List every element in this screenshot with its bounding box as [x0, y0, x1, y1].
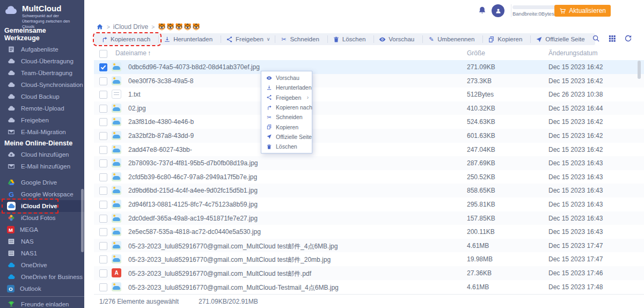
sidebar-item-icloud-drive[interactable]: iCloud Drive — [0, 200, 84, 212]
select-all-checkbox[interactable] — [99, 50, 107, 58]
sidebar-item-icloud-fotos[interactable]: iCloud Fotos — [0, 212, 84, 224]
table-row[interactable]: 2b78093c-737d-4f81-95b5-d7b0fb08d19a.jpg… — [94, 156, 644, 170]
toolbar-button-offizielle-seite[interactable]: Offizielle Seite — [530, 35, 592, 43]
context-menu-item-vorschau[interactable]: Vorschau — [261, 73, 312, 83]
toolbar-button-herunterladen[interactable]: Herunterladen — [158, 35, 221, 43]
sidebar-item-onedrive[interactable]: OneDrive — [0, 259, 84, 271]
sidebar-item-freunde-einladen[interactable]: Freunde einladen — [0, 298, 84, 308]
sidebar-item-cloud-hinzufuegen[interactable]: Cloud hinzufügen — [0, 149, 84, 160]
row-checkbox[interactable] — [99, 105, 107, 113]
table-row[interactable]: 05-23-2023_lulu852916770@gmail.com_MultC… — [94, 239, 644, 253]
sidebar-item-nas[interactable]: NAS — [0, 236, 84, 247]
row-checkbox[interactable] — [99, 215, 107, 223]
file-name: 0ee30f76-3c38-49a5-8 — [128, 77, 193, 85]
table-scrollbar[interactable] — [638, 61, 641, 79]
row-checkbox[interactable] — [99, 118, 107, 126]
eye-icon — [379, 36, 386, 43]
toolbar-button-loeschen[interactable]: Löschen — [327, 35, 374, 43]
row-checkbox[interactable] — [99, 91, 107, 99]
toolbar-button-freigeben[interactable]: Freigeben ∨ — [221, 35, 275, 43]
toolbar-button-schneiden[interactable]: ✂ Schneiden — [275, 35, 327, 43]
sidebar-scrollbar[interactable] — [81, 189, 84, 252]
table-row[interactable]: 2cfd5b39-6c80-46c7-97a8-2949a17f5b7e.jpg… — [94, 170, 644, 184]
toolbar-button-kopieren[interactable]: Kopieren — [482, 35, 530, 43]
row-checkbox[interactable] — [99, 187, 107, 195]
row-checkbox[interactable] — [99, 77, 107, 85]
file-modified: Dec 15 2023 16:43 — [548, 187, 603, 194]
sidebar-item-email-migration[interactable]: E-Mail-Migration — [0, 126, 84, 138]
row-checkbox[interactable] — [99, 228, 107, 236]
table-row[interactable]: 2a3f81de-4380-4e46-b 524.63KB Dec 15 202… — [94, 115, 644, 129]
context-menu-item-label: Kopieren nach — [276, 104, 312, 111]
file-name: 2b78093c-737d-4f81-95b5-d7b0fb08d19a.jpg — [128, 159, 258, 167]
sidebar-item-cloud-backup[interactable]: Cloud Backup — [0, 91, 84, 102]
context-menu-item-offizielle-seite[interactable]: Offizielle Seite — [261, 132, 312, 142]
avatar[interactable] — [492, 4, 504, 17]
sidebar-item-aufgabenliste[interactable]: Aufgabenliste — [0, 43, 84, 55]
context-menu-item-freigeben[interactable]: Freigeben › — [261, 93, 312, 102]
table-row[interactable]: 02.jpg 410.32KB Dec 15 2023 16:44 — [94, 101, 644, 115]
toolbar-button-umbenennen[interactable]: ✎ Umbenennen — [422, 35, 482, 43]
file-name: 0dbc6d96-74a5-4073-b8d2-08d41ab370ef.jpg — [128, 63, 260, 71]
sidebar-item-freigeben[interactable]: Freigeben — [0, 114, 84, 126]
row-checkbox[interactable] — [99, 242, 107, 250]
sidebar-item-label: E-Mail hinzufügen — [21, 163, 70, 170]
table-row[interactable]: 2d9bd6bd-215d-4c4f-a4ee-9d02fc15d5b1.jpg… — [94, 184, 644, 197]
context-menu-item-herunterladen[interactable]: Herunterladen — [261, 83, 312, 92]
row-checkbox[interactable] — [99, 63, 107, 71]
row-checkbox[interactable] — [99, 255, 107, 263]
download-icon — [266, 85, 272, 91]
table-row[interactable]: 2d946f13-0881-4125-8fc7-4c75123a8b59.jpg… — [94, 197, 644, 211]
context-menu-item-loeschen[interactable]: Löschen — [261, 142, 312, 151]
row-checkbox[interactable] — [99, 146, 107, 154]
table-row[interactable]: 2e5ec587-535a-4818-ac72-dc0440e5a530.jpg… — [94, 225, 644, 239]
table-row[interactable]: 05-23-2023_lulu852916770@gmail.com_MultC… — [94, 266, 644, 280]
notifications-bell-icon[interactable] — [478, 6, 487, 15]
sidebar-item-mega[interactable]: M MEGA — [0, 224, 84, 236]
breadcrumb-root[interactable]: iCloud Drive — [113, 23, 148, 31]
row-checkbox[interactable] — [99, 159, 107, 167]
sidebar-item-cloud-uebertragung[interactable]: Cloud-Übertragung — [0, 55, 84, 67]
toolbar-button-label: Herunterladen — [173, 36, 213, 42]
sidebar-item-remote-upload[interactable]: Remote-Upload — [0, 102, 84, 114]
table-row[interactable]: 0ee30f76-3c38-49a5-8 273.3KB Dec 15 2023… — [94, 74, 644, 88]
column-header-name[interactable]: Dateiname↑ — [115, 49, 151, 57]
sidebar-item-google-drive[interactable]: Google Drive — [0, 177, 84, 188]
sidebar-item-team-uebertragung[interactable]: Team-Übertragung — [0, 67, 84, 79]
toolbar-button-kopieren-nach[interactable]: Kopieren nach — [96, 35, 158, 43]
table-row[interactable]: 2a32bf2b-87a8-43dd-9 601.63KB Dec 15 202… — [94, 129, 644, 143]
grid-view-icon[interactable] — [608, 34, 616, 42]
sidebar-item-onedrive-business[interactable]: OneDrive for Business — [0, 271, 84, 283]
eye-icon — [266, 75, 272, 81]
sidebar-item-cloud-synchronisation[interactable]: Cloud-Synchronisation — [0, 79, 84, 91]
sidebar-item-nas1[interactable]: NAS1 — [0, 247, 84, 259]
context-menu-item-kopieren-nach[interactable]: Kopieren nach — [261, 102, 312, 112]
cart-icon — [559, 8, 566, 14]
row-checkbox[interactable] — [99, 283, 107, 291]
table-row[interactable]: 05-23-2023_lulu852916770@gmail.com_MultC… — [94, 252, 644, 266]
table-row[interactable]: 2dc0dedf-365a-49a8-ac19-451871fe7e27.jpg… — [94, 211, 644, 225]
table-row[interactable]: 05-23-2023_lulu852916770@gmail.com_MultC… — [94, 280, 644, 294]
toolbar-button-vorschau[interactable]: Vorschau — [374, 35, 422, 43]
context-menu-item-label: Herunterladen — [276, 84, 312, 91]
sidebar-item-email-hinzufuegen[interactable]: E-Mail hinzufügen — [0, 160, 84, 172]
table-row[interactable]: 2add47e8-6027-43bb- 247.04KB Dec 15 2023… — [94, 143, 644, 157]
sidebar-item-outlook[interactable]: O Outlook — [0, 283, 84, 295]
row-checkbox[interactable] — [99, 269, 107, 277]
file-modified: Dec 15 2023 16:42 — [548, 132, 603, 140]
context-menu-item-kopieren[interactable]: Kopieren — [261, 122, 312, 131]
context-menu-item-label: Vorschau — [276, 75, 299, 81]
search-icon[interactable] — [592, 34, 600, 42]
row-checkbox[interactable] — [99, 201, 107, 209]
row-checkbox[interactable] — [99, 173, 107, 181]
table-row[interactable]: 1.txt 512Bytes Dec 26 2023 10:38 — [94, 87, 644, 101]
upgrade-button[interactable]: Aktualisieren — [554, 5, 611, 17]
refresh-icon[interactable] — [624, 34, 632, 42]
sidebar-item-google-workspace[interactable]: G Google Workspace — [0, 188, 84, 200]
file-type-icon — [112, 62, 121, 71]
home-icon[interactable] — [96, 23, 104, 31]
row-checkbox[interactable] — [99, 132, 107, 140]
file-size: 27.36KB — [467, 269, 492, 277]
table-row[interactable]: 0dbc6d96-74a5-4073-b8d2-08d41ab370ef.jpg… — [94, 60, 644, 74]
context-menu-item-schneiden[interactable]: ✂ Schneiden — [261, 112, 312, 122]
